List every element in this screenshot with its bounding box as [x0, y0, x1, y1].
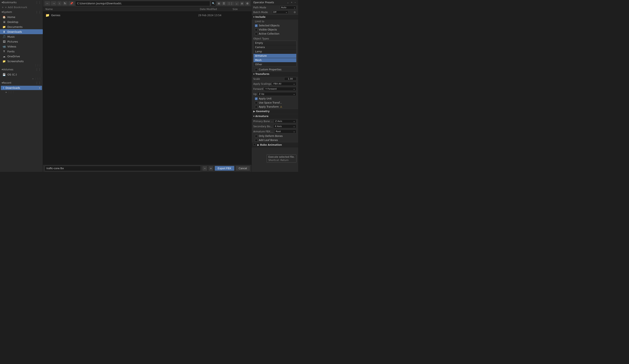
bottom-bar: − + Export FBX Cancel [43, 164, 251, 172]
obj-type-camera[interactable]: Camera [254, 45, 296, 49]
sidebar-item-videos[interactable]: 📹 Videos [0, 44, 43, 49]
file-row[interactable]: 📁 Genies 29 Feb 2024 13:54 [44, 12, 251, 18]
sidebar-item-screenshots[interactable]: 📁 Screenshots [0, 59, 43, 64]
path-mode-dropdown[interactable]: Auto ⌄ [280, 6, 297, 9]
obj-type-mesh-label: Mesh [255, 59, 262, 62]
plus-button[interactable]: + [209, 166, 213, 171]
obj-type-empty[interactable]: Empty [254, 41, 296, 45]
preset-remove-button[interactable]: − [294, 1, 297, 4]
obj-type-lamp[interactable]: Lamp [254, 49, 296, 54]
batch-mode-dropdown[interactable]: Off ⌄ [272, 10, 289, 14]
cancel-button[interactable]: Cancel [236, 166, 250, 171]
recent-item-downloads[interactable]: ⬇ Downloads ▾ [1, 86, 42, 90]
bookmarks-label: Bookmarks [3, 1, 16, 4]
col-date: Date Modified [200, 8, 233, 11]
recent-section[interactable]: ▾ Recent ⋮⋮ [0, 80, 43, 85]
obj-type-armature-label: Armature [255, 54, 267, 57]
sidebar-item-downloads[interactable]: ⬇ Downloads [0, 29, 43, 34]
object-types-list: Empty Camera Lamp Armature Mesh Other [253, 41, 297, 67]
minus-button[interactable]: − [202, 166, 207, 171]
apply-unit-checkbox[interactable] [255, 97, 258, 100]
apply-scalings-dropdown[interactable]: FBX All ⌄ [272, 82, 297, 86]
primary-bone-dropdown[interactable]: Z Axis ⌄ [274, 119, 297, 123]
limit-to-label: Limit to [255, 20, 264, 23]
apply-transform-warning-icon: ⚠ [280, 105, 282, 108]
bake-animation-checkbox-icon[interactable] [253, 143, 256, 146]
visible-objects-checkbox[interactable] [255, 28, 258, 31]
only-deform-row[interactable]: Only Deform Bones [252, 134, 298, 138]
preset-dropdown-button[interactable]: ⌄ [286, 1, 290, 4]
sidebar-item-desktop[interactable]: 🖥 Desktop [0, 19, 43, 24]
forward-button[interactable]: → [51, 1, 56, 5]
scale-input[interactable]: 1.00 [284, 77, 297, 81]
bookmarks-section[interactable]: ▾ Bookmarks ⋮⋮ [0, 0, 43, 5]
armature-fbx-dropdown[interactable]: Root ⌄ [274, 129, 297, 133]
toolbar: ← → ↑ ↻ 📌 C:\Users\Aaron Jauregui\Downlo… [43, 0, 251, 7]
sidebar-item-home[interactable]: 🏠 Home [0, 14, 43, 19]
export-fbx-button[interactable]: Export FBX [215, 166, 234, 171]
visible-objects-row[interactable]: Visible Objects [252, 28, 298, 32]
apply-transform-row[interactable]: Apply Transform ⚠ [252, 105, 298, 109]
custom-properties-row[interactable]: Custom Properties [252, 68, 298, 72]
search-button[interactable]: 🔍 [211, 1, 216, 6]
geometry-section[interactable]: ▶ Geometry [252, 109, 298, 114]
forward-dropdown[interactable]: Y Forward ⌄ [264, 87, 297, 91]
secondary-bone-dropdown[interactable]: X Axis ⌄ [273, 124, 297, 128]
path-bar[interactable]: C:\Users\Aaron Jauregui\Downloads\ [75, 1, 210, 6]
batch-mode-settings-icon[interactable]: ⚙ [293, 11, 297, 14]
active-collection-row[interactable]: Active Collection [252, 32, 298, 36]
sidebar-item-documents[interactable]: 📁 Documents [0, 24, 43, 29]
filter-button[interactable]: ⊘ [240, 1, 244, 5]
view-details-button[interactable]: ⋮⋮ [227, 1, 234, 5]
add-leaf-label: Add Leaf Bones [259, 139, 278, 142]
sidebar-item-osc[interactable]: 💾 OS (C:) [0, 72, 43, 77]
settings-button[interactable]: ⚙ [245, 1, 250, 5]
apply-transform-checkbox[interactable] [255, 106, 258, 108]
armature-section[interactable]: ▾ Armature [252, 114, 298, 119]
transform-section[interactable]: ▾ Transform [252, 72, 298, 77]
object-types-label: Object Types [253, 37, 269, 40]
bake-animation-section[interactable]: ▶ Bake Animation [252, 142, 298, 147]
obj-type-mesh[interactable]: Mesh [254, 58, 296, 62]
only-deform-label: Only Deform Bones [259, 135, 283, 137]
selected-objects-row[interactable]: Selected Objects [252, 23, 298, 28]
obj-type-camera-label: Camera [255, 46, 265, 49]
add-leaf-row[interactable]: Add Leaf Bones [252, 138, 298, 142]
sidebar-item-label: Screenshots [7, 60, 40, 63]
view-dropdown-button[interactable]: ⌄ [234, 1, 239, 5]
download-icon: ⬇ [2, 30, 6, 33]
sidebar-item-music[interactable]: 🎵 Music [0, 34, 43, 39]
volumes-dots: ⋮⋮ [35, 68, 41, 71]
obj-type-other[interactable]: Other [254, 62, 296, 67]
view-list-button[interactable]: ☰ [222, 1, 226, 5]
back-button[interactable]: ← [45, 1, 50, 5]
preset-add-button[interactable]: + [290, 1, 293, 4]
sidebar-item-onedrive[interactable]: ☁ OneDrive [0, 54, 43, 59]
add-leaf-checkbox[interactable] [255, 139, 258, 142]
geometry-chevron-icon: ▶ [253, 110, 255, 113]
apply-unit-row[interactable]: Apply Unit [252, 97, 298, 101]
only-deform-checkbox[interactable] [255, 135, 258, 137]
refresh-button[interactable]: ↻ [62, 1, 68, 5]
selected-objects-checkbox[interactable] [255, 24, 258, 27]
sidebar-item-pictures[interactable]: 🖼 Pictures [0, 39, 43, 44]
view-controls: ⊞ ☰ ⋮⋮ ⌄ [217, 1, 239, 5]
up-button[interactable]: ↑ [57, 1, 62, 5]
up-dropdown[interactable]: Z Up ⌄ [257, 92, 297, 96]
preset-icons: ⌄ + − [286, 1, 297, 4]
volumes-section[interactable]: ▾ Volumes ⋮⋮ [0, 67, 43, 72]
active-collection-checkbox[interactable] [255, 32, 258, 35]
view-grid-button[interactable]: ⊞ [217, 1, 221, 5]
sidebar-item-fonts[interactable]: T Fonts [0, 49, 43, 54]
system-section[interactable]: ▾ System ⋮⋮ [0, 10, 43, 14]
onedrive-icon: ☁ [2, 55, 6, 58]
add-bookmark-button[interactable]: + + Add Bookmark [0, 5, 43, 10]
obj-type-armature[interactable]: Armature [254, 54, 296, 58]
custom-properties-checkbox[interactable] [255, 68, 258, 71]
pin-button[interactable]: 📌 [68, 1, 75, 5]
include-section[interactable]: ▾ Include [252, 14, 298, 19]
use-space-transf-row[interactable]: Use Space Transf... [252, 101, 298, 105]
filename-input[interactable] [45, 166, 201, 171]
apply-scalings-row: Apply Scalings FBX All ⌄ [252, 81, 298, 86]
use-space-transf-checkbox[interactable] [255, 102, 258, 104]
